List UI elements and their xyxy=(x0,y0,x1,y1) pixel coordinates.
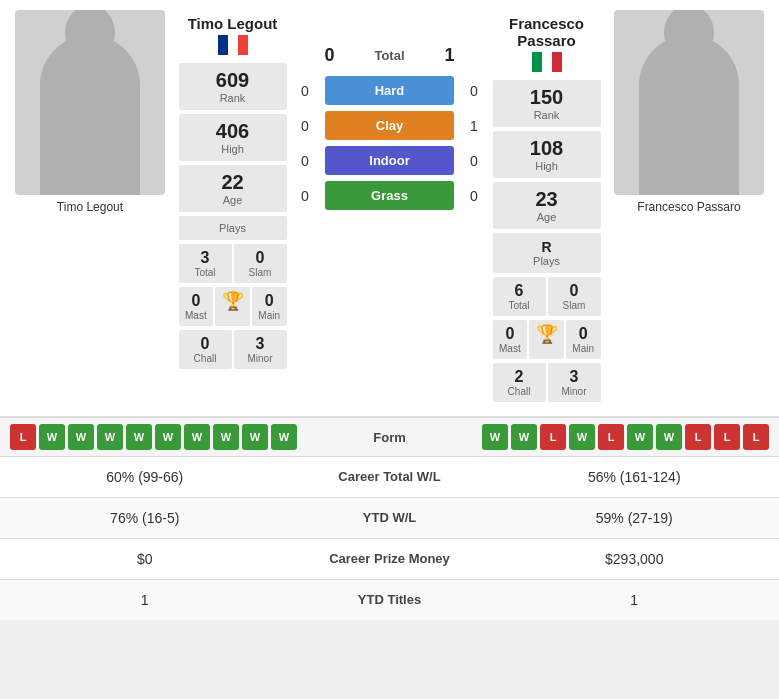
left-high-value: 406 xyxy=(179,120,287,143)
right-form-badges: WWLWLWWLLL xyxy=(482,424,769,450)
stats-center-0: Career Total W/L xyxy=(290,457,490,497)
left-total-box: 3 Total xyxy=(179,244,232,283)
left-rank-value: 609 xyxy=(179,69,287,92)
stats-left-2: $0 xyxy=(0,539,290,579)
right-player-photo-block: Francesco Passaro xyxy=(604,10,774,406)
left-form-badge-w: W xyxy=(213,424,239,450)
stats-right-2: $293,000 xyxy=(490,539,780,579)
left-chall-minor: 0 Chall 3 Minor xyxy=(179,330,287,369)
left-chall-box: 0 Chall xyxy=(179,330,232,369)
left-chall-label: Chall xyxy=(179,353,232,364)
h2h-hard-btn: Hard xyxy=(325,76,454,105)
left-form-badge-w: W xyxy=(242,424,268,450)
center-block: 0 Total 1 0 Hard 0 0 Clay 1 0 Indoor 0 xyxy=(290,10,489,406)
stats-row-1: 76% (16-5) YTD W/L 59% (27-19) xyxy=(0,497,779,538)
top-section: Timo Legout Timo Legout 609 Rank 406 Hig… xyxy=(0,0,779,416)
right-slam-value: 0 xyxy=(548,282,601,300)
stats-left-0: 60% (99-66) xyxy=(0,457,290,497)
right-form-badge-w: W xyxy=(511,424,537,450)
right-flag-image xyxy=(532,52,562,72)
left-main-value: 0 xyxy=(252,292,287,310)
right-player-name-top: FrancescoPassaro xyxy=(509,15,584,49)
right-rank-label: Rank xyxy=(493,109,601,121)
left-trophy-icon: 🏆 xyxy=(215,292,250,310)
left-age-value: 22 xyxy=(179,171,287,194)
left-rank-label: Rank xyxy=(179,92,287,104)
left-form-badge-w: W xyxy=(39,424,65,450)
right-high-value: 108 xyxy=(493,137,601,160)
right-chall-minor: 2 Chall 3 Minor xyxy=(493,363,601,402)
stats-left-1: 76% (16-5) xyxy=(0,498,290,538)
right-age-label: Age xyxy=(493,211,601,223)
left-flag-image xyxy=(218,35,248,55)
left-main-label: Main xyxy=(252,310,287,321)
right-player-silhouette xyxy=(639,35,739,195)
left-total-value: 3 xyxy=(179,249,232,267)
right-chall-label: Chall xyxy=(493,386,546,397)
h2h-grass-left: 0 xyxy=(290,188,320,204)
right-form-badge-w: W xyxy=(482,424,508,450)
right-total-slam: 6 Total 0 Slam xyxy=(493,277,601,316)
left-form-badge-w: W xyxy=(68,424,94,450)
h2h-grass-row: 0 Grass 0 xyxy=(290,181,489,210)
right-form-badge-w: W xyxy=(569,424,595,450)
left-player-stats: Timo Legout 609 Rank 406 High 22 Age xyxy=(175,10,290,406)
right-rank-value: 150 xyxy=(493,86,601,109)
stats-row-2: $0 Career Prize Money $293,000 xyxy=(0,538,779,579)
left-form-badge-w: W xyxy=(271,424,297,450)
h2h-indoor-right: 0 xyxy=(459,153,489,169)
right-player-name-under: Francesco Passaro xyxy=(632,200,745,214)
right-player-stats: FrancescoPassaro 150 Rank 108 High 23 Ag… xyxy=(489,10,604,406)
right-minor-label: Minor xyxy=(548,386,601,397)
right-minor-value: 3 xyxy=(548,368,601,386)
left-mast-box: 0 Mast xyxy=(179,287,214,326)
h2h-total-row: 0 Total 1 xyxy=(290,45,489,66)
left-form-badges: LWWWWWWWWW xyxy=(10,424,297,450)
left-age-label: Age xyxy=(179,194,287,206)
right-main-label: Main xyxy=(566,343,601,354)
left-player-name-under: Timo Legout xyxy=(52,200,128,214)
stats-right-1: 59% (27-19) xyxy=(490,498,780,538)
form-section: LWWWWWWWWW Form WWLWLWWLLL xyxy=(0,416,779,456)
left-form-badge-w: W xyxy=(97,424,123,450)
h2h-clay-right: 1 xyxy=(459,118,489,134)
right-total-box: 6 Total xyxy=(493,277,546,316)
right-high-label: High xyxy=(493,160,601,172)
left-slam-value: 0 xyxy=(234,249,287,267)
right-plays-box: R Plays xyxy=(493,233,601,273)
right-form-badge-l: L xyxy=(714,424,740,450)
right-form-badge-w: W xyxy=(656,424,682,450)
right-trophy-box: 🏆 xyxy=(529,320,564,359)
right-plays-value: R xyxy=(493,239,601,255)
left-age-box: 22 Age xyxy=(179,165,287,212)
left-plays-label: Plays xyxy=(179,222,287,234)
left-minor-value: 3 xyxy=(234,335,287,353)
right-flag xyxy=(532,52,562,72)
stats-row-3: 1 YTD Titles 1 xyxy=(0,579,779,620)
stats-container: 60% (99-66) Career Total W/L 56% (161-12… xyxy=(0,456,779,620)
h2h-grass-btn: Grass xyxy=(325,181,454,210)
left-slam-box: 0 Slam xyxy=(234,244,287,283)
left-minor-box: 3 Minor xyxy=(234,330,287,369)
left-high-box: 406 High xyxy=(179,114,287,161)
right-chall-box: 2 Chall xyxy=(493,363,546,402)
left-form-badge-l: L xyxy=(10,424,36,450)
left-player-photo-block: Timo Legout xyxy=(5,10,175,406)
h2h-indoor-btn: Indoor xyxy=(325,146,454,175)
stats-center-1: YTD W/L xyxy=(290,498,490,538)
h2h-total-right: 1 xyxy=(430,45,470,66)
right-mast-main: 0 Mast 🏆 0 Main xyxy=(493,320,601,359)
h2h-clay-left: 0 xyxy=(290,118,320,134)
left-form-badge-w: W xyxy=(155,424,181,450)
right-mast-label: Mast xyxy=(493,343,528,354)
left-total-label: Total xyxy=(179,267,232,278)
right-form-badge-w: W xyxy=(627,424,653,450)
right-high-box: 108 High xyxy=(493,131,601,178)
left-player-avatar xyxy=(15,10,165,195)
right-age-box: 23 Age xyxy=(493,182,601,229)
stats-right-0: 56% (161-124) xyxy=(490,457,780,497)
right-slam-box: 0 Slam xyxy=(548,277,601,316)
right-rank-box: 150 Rank xyxy=(493,80,601,127)
h2h-hard-left: 0 xyxy=(290,83,320,99)
left-mast-main: 0 Mast 🏆 0 Main xyxy=(179,287,287,326)
